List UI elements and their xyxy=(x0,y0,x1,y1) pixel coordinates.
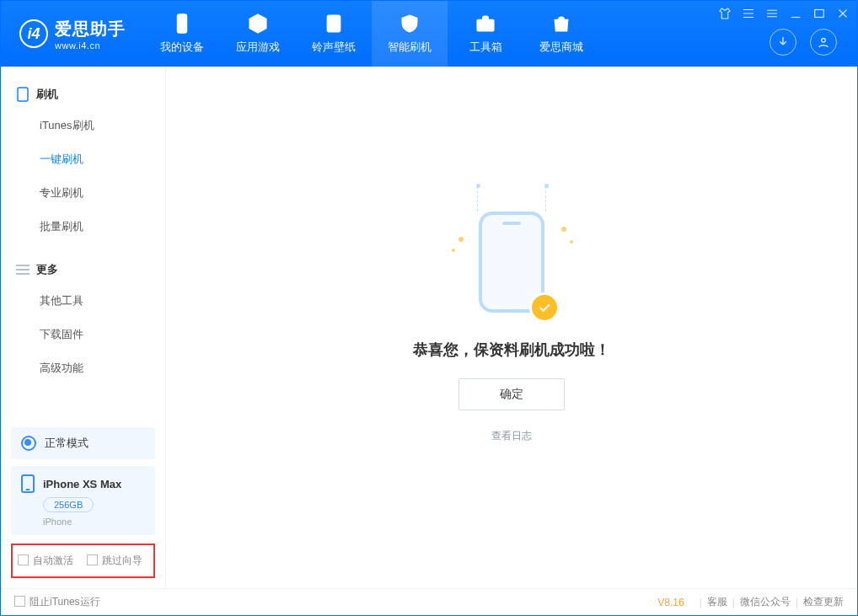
check-badge-icon xyxy=(529,292,560,323)
footer-link-support[interactable]: 客服 xyxy=(707,595,727,609)
svg-rect-2 xyxy=(327,15,340,32)
version-label: V8.16 xyxy=(657,597,684,608)
flash-options: 自动激活 跳过向导 xyxy=(11,544,155,578)
group-title-label: 刷机 xyxy=(36,87,58,102)
logo: i4 爱思助手 www.i4.cn xyxy=(1,1,144,67)
block-itunes-option[interactable]: 阻止iTunes运行 xyxy=(14,595,100,609)
brand-url: www.i4.cn xyxy=(55,40,126,51)
footer-link-wechat[interactable]: 微信公众号 xyxy=(740,595,791,609)
checkbox-icon xyxy=(18,554,29,565)
nav-label: 爱思商城 xyxy=(539,40,583,55)
svg-rect-1 xyxy=(178,14,187,33)
sidebar-group-flash: 刷机 xyxy=(1,78,165,109)
sidebar-item-batch-flash[interactable]: 批量刷机 xyxy=(1,210,165,244)
nav-toolbox[interactable]: 工具箱 xyxy=(448,1,523,67)
phone-icon xyxy=(171,13,193,35)
list-icon[interactable] xyxy=(741,6,756,21)
footer-right: V8.16 | 客服 | 微信公众号 | 检查更新 xyxy=(657,595,844,609)
nav-label: 智能刷机 xyxy=(388,40,432,55)
sidebar-item-pro-flash[interactable]: 专业刷机 xyxy=(1,176,165,210)
status-card[interactable]: 正常模式 xyxy=(11,427,155,459)
footer-left: 阻止iTunes运行 xyxy=(14,595,100,609)
menu-icon[interactable] xyxy=(764,6,780,21)
cube-icon xyxy=(247,13,269,35)
option-skip-guide[interactable]: 跳过向导 xyxy=(87,554,142,568)
sidebar-item-other-tools[interactable]: 其他工具 xyxy=(1,284,165,318)
close-icon[interactable] xyxy=(835,6,850,21)
status-label: 正常模式 xyxy=(45,436,88,451)
maximize-icon[interactable] xyxy=(812,6,827,21)
device-small-icon xyxy=(16,88,29,101)
footer: 阻止iTunes运行 V8.16 | 客服 | 微信公众号 | 检查更新 xyxy=(1,588,857,615)
device-capacity: 256GB xyxy=(43,497,94,512)
app-window: i4 爱思助手 www.i4.cn 我的设备 应用游戏 铃声壁纸 智能刷机 xyxy=(0,0,858,616)
sidebar-item-download-firmware[interactable]: 下载固件 xyxy=(1,318,165,351)
minimize-icon[interactable] xyxy=(788,6,803,21)
nav-flash[interactable]: 智能刷机 xyxy=(372,1,448,67)
nav-my-device[interactable]: 我的设备 xyxy=(144,1,220,67)
option-auto-activate[interactable]: 自动激活 xyxy=(18,554,73,568)
user-icon[interactable] xyxy=(810,29,837,56)
svg-rect-5 xyxy=(18,88,28,101)
logo-text: 爱思助手 www.i4.cn xyxy=(55,18,126,51)
nav-store[interactable]: 爱思商城 xyxy=(523,1,599,67)
nav-label: 工具箱 xyxy=(469,40,502,55)
main-panel: 恭喜您，保资料刷机成功啦！ 确定 查看日志 xyxy=(166,67,857,588)
device-card[interactable]: iPhone XS Max 256GB iPhone xyxy=(11,466,155,535)
checkbox-icon xyxy=(14,596,25,607)
ok-button[interactable]: 确定 xyxy=(458,378,565,410)
body: 刷机 iTunes刷机 一键刷机 专业刷机 批量刷机 更多 其他工具 下载固件 … xyxy=(1,67,857,588)
device-phone-icon xyxy=(21,474,35,493)
shirt-icon[interactable] xyxy=(717,6,732,21)
nav-label: 铃声壁纸 xyxy=(312,40,356,55)
bag-icon xyxy=(550,13,572,35)
footer-link-update[interactable]: 检查更新 xyxy=(803,595,844,609)
nav-ringtones[interactable]: 铃声壁纸 xyxy=(296,1,372,67)
refresh-shield-icon xyxy=(399,13,421,35)
device-name: iPhone XS Max xyxy=(43,478,121,490)
titlebar-controls xyxy=(717,6,850,21)
svg-rect-0 xyxy=(815,10,824,18)
more-icon xyxy=(16,263,29,276)
nav-label: 应用游戏 xyxy=(236,40,280,55)
nav-apps[interactable]: 应用游戏 xyxy=(220,1,296,67)
svg-point-4 xyxy=(822,39,826,43)
sidebar: 刷机 iTunes刷机 一键刷机 专业刷机 批量刷机 更多 其他工具 下载固件 … xyxy=(1,67,166,588)
download-icon[interactable] xyxy=(770,29,796,56)
nav-label: 我的设备 xyxy=(160,40,204,55)
checkbox-icon xyxy=(87,554,98,565)
sidebar-item-itunes-flash[interactable]: iTunes刷机 xyxy=(1,109,165,142)
sidebar-item-advanced[interactable]: 高级功能 xyxy=(1,351,165,385)
toolbox-icon xyxy=(475,13,496,35)
sidebar-item-oneclick-flash[interactable]: 一键刷机 xyxy=(1,142,165,176)
sidebar-group-more: 更多 xyxy=(1,254,165,284)
top-nav: 我的设备 应用游戏 铃声壁纸 智能刷机 工具箱 爱思商城 xyxy=(144,1,599,67)
group-title-label: 更多 xyxy=(36,262,58,277)
success-graphic xyxy=(465,212,558,321)
music-file-icon xyxy=(323,13,345,35)
device-subtype: iPhone xyxy=(43,517,72,527)
view-log-link[interactable]: 查看日志 xyxy=(491,429,532,443)
status-dot-icon xyxy=(21,436,36,451)
logo-badge: i4 xyxy=(19,19,48,48)
header: i4 爱思助手 www.i4.cn 我的设备 应用游戏 铃声壁纸 智能刷机 xyxy=(1,1,857,67)
brand-name: 爱思助手 xyxy=(55,18,126,40)
svg-rect-3 xyxy=(477,20,494,31)
success-title: 恭喜您，保资料刷机成功啦！ xyxy=(413,340,610,360)
device-cards: 正常模式 iPhone XS Max 256GB iPhone xyxy=(1,427,165,544)
